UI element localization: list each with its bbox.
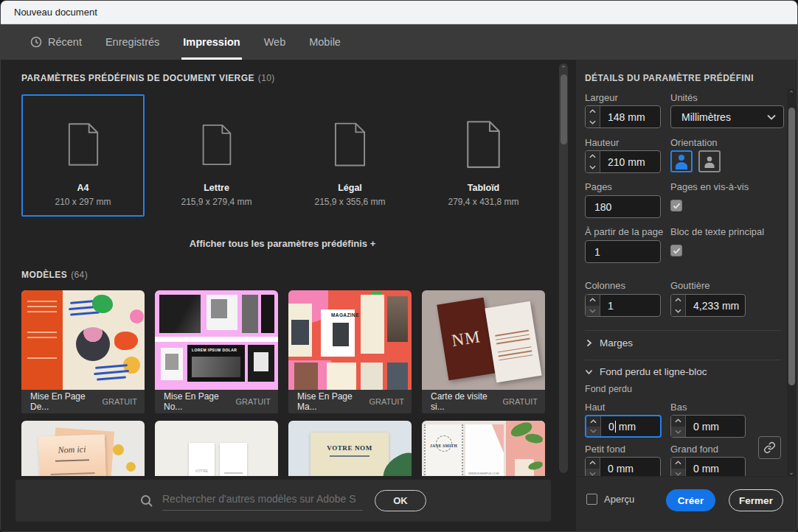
units-value: Millimètres: [681, 111, 767, 123]
tab-print-label: Impression: [183, 36, 240, 48]
step-up-icon[interactable]: [586, 458, 600, 469]
chevron-down-icon: [585, 368, 593, 376]
start-page-input[interactable]: [585, 240, 661, 263]
template-label-bar: Mise En Page Ma... GRATUIT: [288, 390, 412, 413]
step-up-icon[interactable]: [671, 458, 685, 469]
facing-pages-checkbox[interactable]: [670, 200, 682, 211]
primary-text-checkbox[interactable]: [670, 245, 682, 256]
orientation-label: Orientation: [670, 137, 718, 148]
page-icon: [465, 116, 502, 172]
pages-label: Pages: [585, 181, 612, 192]
template-label-bar: Carte de visite si... GRATUIT: [422, 390, 545, 413]
scroll-up-icon[interactable]: ⌃: [559, 65, 568, 72]
step-up-icon[interactable]: [586, 106, 600, 117]
template-card-votre[interactable]: VOTRE: [155, 421, 278, 476]
main-scrollbar[interactable]: ⌃: [559, 63, 568, 473]
show-all-presets-link[interactable]: Afficher tous les paramètres prédéfinis …: [1, 238, 564, 249]
template-search-bar: OK: [15, 480, 551, 522]
template-badge: GRATUIT: [236, 397, 271, 406]
gutter-stepper: [671, 295, 686, 316]
step-up-icon[interactable]: [671, 416, 685, 427]
step-down-icon[interactable]: [586, 162, 600, 173]
tab-print[interactable]: Impression: [181, 24, 241, 60]
margins-label: Marges: [600, 337, 633, 349]
step-down-icon[interactable]: [586, 306, 600, 317]
template-card-nom-ici[interactable]: Nom ici: [21, 421, 145, 476]
template-card-business-card[interactable]: NM Carte de visite si... GRATUIT: [422, 290, 545, 413]
step-up-icon[interactable]: [586, 416, 600, 427]
preview-checkbox[interactable]: [586, 494, 597, 505]
tab-recent-label: Récent: [48, 36, 82, 48]
bleed-bottom-stepper: [671, 416, 686, 437]
template-thumbnail: [21, 290, 145, 390]
gutter-field[interactable]: 4,233 mm: [670, 294, 746, 317]
orientation-portrait-button[interactable]: [670, 150, 693, 172]
text-cursor: [615, 421, 616, 433]
scroll-up-icon[interactable]: ⌃: [787, 90, 796, 97]
thumb-text: WWW.EXEMPLE.COM: [468, 472, 499, 475]
template-card-votre-nom[interactable]: VOTRE NOM: [288, 421, 412, 476]
units-dropdown[interactable]: Millimètres: [670, 105, 784, 128]
template-name: Mise En Page De...: [30, 391, 103, 412]
step-down-icon[interactable]: [586, 427, 600, 437]
check-icon: [673, 203, 681, 209]
bleed-top-field[interactable]: 0mm: [585, 415, 662, 438]
template-name: Mise En Page Ma...: [297, 391, 369, 412]
link-bleed-values-button[interactable]: [758, 436, 781, 459]
landscape-icon: [703, 155, 716, 168]
orientation-landscape-button[interactable]: [698, 150, 721, 172]
step-up-icon[interactable]: [671, 295, 685, 306]
thumb-text: NM: [451, 327, 482, 351]
step-up-icon[interactable]: [586, 295, 600, 306]
create-button[interactable]: Créer: [666, 489, 715, 511]
page-icon: [333, 119, 367, 169]
preset-card-lettre[interactable]: Lettre 215,9 x 279,4 mm: [155, 94, 278, 217]
scroll-down-icon[interactable]: ⌄: [787, 469, 796, 476]
template-row-1: Mise En Page De... GRATUIT LOREM IPSUM D…: [21, 290, 545, 413]
preset-card-a4[interactable]: A4 210 x 297 mm: [21, 94, 145, 217]
step-down-icon[interactable]: [671, 306, 685, 317]
new-document-dialog: Nouveau document Récent Enregistrés Impr…: [0, 0, 798, 532]
clock-icon: [30, 36, 42, 48]
thumb-text: MAGAZINE: [331, 312, 359, 318]
width-label: Largeur: [585, 92, 618, 103]
margins-section-header[interactable]: Marges: [585, 337, 633, 349]
columns-label: Colonnes: [585, 280, 625, 291]
bleed-section-header[interactable]: Fond perdu et ligne-bloc: [585, 366, 707, 377]
preset-card-tabloid[interactable]: Tabloïd 279,4 x 431,8 mm: [422, 94, 545, 217]
template-card-flyer[interactable]: Mise En Page De... GRATUIT: [21, 290, 145, 413]
step-down-icon[interactable]: [671, 427, 685, 438]
step-down-icon[interactable]: [586, 117, 600, 128]
template-name: Carte de visite si...: [431, 391, 503, 412]
tab-web[interactable]: Web: [263, 24, 288, 60]
search-ok-button[interactable]: OK: [375, 490, 426, 511]
thumb-text: Nom ici: [38, 443, 105, 456]
preset-card-legal[interactable]: Légal 215,9 x 355,6 mm: [288, 94, 412, 217]
main-scrollbar-thumb[interactable]: [561, 74, 567, 144]
template-label-bar: Mise En Page De... GRATUIT: [21, 390, 145, 413]
chevron-right-icon: [585, 339, 593, 347]
presets-heading: PARAMÈTRES PRÉDÉFINIS DE DOCUMENT VIERGE…: [21, 73, 275, 83]
template-card-magazine[interactable]: MAGAZINE Mise En Page Ma... GRATUIT: [288, 290, 412, 413]
panel-scrollbar-thumb[interactable]: [788, 108, 795, 385]
panel-scrollbar[interactable]: ⌃ ⌄: [787, 88, 796, 478]
bleed-label: Fond perdu: [585, 384, 632, 394]
tab-saved[interactable]: Enregistrés: [104, 24, 161, 60]
columns-field[interactable]: 1: [585, 294, 661, 317]
tab-recent[interactable]: Récent: [29, 24, 83, 60]
tab-mobile[interactable]: Mobile: [308, 24, 342, 60]
template-badge: GRATUIT: [103, 397, 137, 406]
search-input[interactable]: [162, 491, 363, 511]
columns-stepper: [586, 295, 600, 316]
tab-web-label: Web: [264, 36, 286, 48]
bleed-bottom-field[interactable]: 0 mm: [670, 415, 746, 438]
template-card-portfolio[interactable]: LOREM IPSUM DOLAR Mise En Page No... GRA…: [155, 290, 278, 413]
template-thumbnail: MAGAZINE: [288, 290, 412, 390]
height-field[interactable]: 210 mm: [585, 150, 661, 173]
pages-input[interactable]: [585, 195, 661, 218]
divider: [585, 330, 781, 331]
close-button[interactable]: Fermer: [729, 489, 783, 511]
template-card-jane-smith[interactable]: JANE SMITH WWW.EXEMPLE.COM: [422, 421, 545, 476]
step-up-icon[interactable]: [586, 151, 600, 162]
width-field[interactable]: 148 mm: [585, 105, 661, 128]
